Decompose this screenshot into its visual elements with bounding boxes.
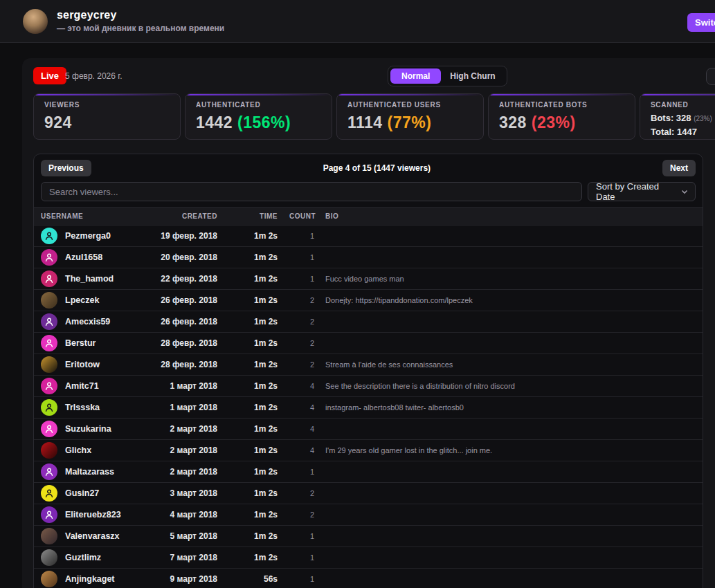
previous-button[interactable]: Previous bbox=[41, 160, 91, 176]
bio-cell: Donejty: https://tipanddonation.com/lpec… bbox=[317, 296, 703, 304]
stat-card: AUTHENTICATED 1442 (156%) bbox=[185, 93, 332, 140]
stat-value-number: 328 bbox=[499, 113, 532, 131]
username-cell: Eliteruebz823 bbox=[34, 506, 148, 523]
header-bar: sergeycrey — это мой дневник в реальном … bbox=[0, 0, 715, 43]
table-row[interactable]: Guztlimz 7 март 2018 1m 2s 1 bbox=[34, 547, 703, 569]
stat-value: 328 (23%) bbox=[499, 113, 624, 132]
person-icon bbox=[44, 380, 55, 392]
sort-dropdown[interactable]: Sort by Created Date bbox=[588, 182, 696, 201]
table-row[interactable]: Trlssska 1 март 2018 1m 2s 4 instagram- … bbox=[34, 397, 703, 419]
pagination-bar: Previous Page 4 of 15 (1447 viewers) Nex… bbox=[34, 154, 703, 181]
sort-dropdown-label: Sort by Created Date bbox=[596, 181, 680, 202]
stat-percent: (23%) bbox=[532, 113, 576, 131]
created-cell: 1 март 2018 bbox=[148, 381, 217, 391]
stat-label: AUTHENTICATED BOTS bbox=[499, 101, 624, 109]
created-cell: 26 февр. 2018 bbox=[148, 295, 217, 305]
username-cell: Amitc71 bbox=[34, 378, 148, 394]
stat-label: VIEWERS bbox=[44, 101, 170, 109]
created-cell: 1 март 2018 bbox=[148, 403, 217, 412]
username: Gusin27 bbox=[65, 488, 99, 498]
table-row[interactable]: Amecxis59 26 февр. 2018 1m 2s 2 bbox=[34, 311, 703, 333]
count-cell: 2 bbox=[278, 318, 317, 326]
table-row[interactable]: Pezmerga0 19 февр. 2018 1m 2s 1 bbox=[34, 226, 703, 247]
stats-cards: VIEWERS 924 AUTHENTICATED 1442 (156%) AU… bbox=[33, 93, 715, 140]
scanned-bots-line: Bots: 328 (23%) bbox=[651, 111, 715, 125]
username-cell: Amecxis59 bbox=[34, 313, 148, 330]
count-cell: 4 bbox=[278, 446, 317, 454]
mode-option-high-churn[interactable]: High Churn bbox=[441, 68, 504, 84]
stat-card: AUTHENTICATED USERS 1114 (77%) bbox=[336, 93, 484, 140]
username-cell: Lpeczek bbox=[34, 292, 148, 309]
created-cell: 20 февр. 2018 bbox=[148, 252, 217, 262]
stat-value-number: 924 bbox=[44, 113, 72, 131]
user-avatar bbox=[41, 528, 57, 544]
table-row[interactable]: The_hamod 22 февр. 2018 1m 2s 1 Fucc vid… bbox=[34, 268, 703, 290]
column-header-username: USERNAME bbox=[34, 212, 148, 220]
created-cell: 2 март 2018 bbox=[148, 445, 217, 455]
scanned-total-line: Total: 1447 bbox=[651, 125, 715, 139]
mode-option-normal[interactable]: Normal bbox=[390, 68, 441, 84]
user-avatar bbox=[41, 421, 57, 437]
stat-percent: (156%) bbox=[237, 113, 291, 131]
table-row[interactable]: Suzukarina 2 март 2018 1m 2s 4 bbox=[34, 419, 703, 440]
table-row[interactable]: Anjingkaget 9 март 2018 56s 1 bbox=[34, 569, 703, 588]
table-row[interactable]: Eliteruebz823 4 март 2018 1m 2s 2 bbox=[34, 504, 703, 526]
viewers-table-panel: Previous Page 4 of 15 (1447 viewers) Nex… bbox=[33, 154, 703, 588]
count-cell: 2 bbox=[278, 339, 317, 347]
table-row[interactable]: Maltazarass 2 март 2018 1m 2s 1 bbox=[34, 461, 703, 483]
column-header-count: COUNT bbox=[278, 212, 317, 220]
table-row[interactable]: Azul1658 20 февр. 2018 1m 2s 1 bbox=[34, 247, 703, 268]
stat-label: AUTHENTICATED USERS bbox=[347, 101, 473, 109]
channel-name: sergeycrey bbox=[57, 9, 224, 21]
created-cell: 3 март 2018 bbox=[148, 488, 217, 498]
user-avatar bbox=[41, 270, 57, 287]
user-avatar bbox=[41, 292, 57, 309]
username-cell: Suzukarina bbox=[34, 421, 148, 437]
mode-toggle: Normal High Churn bbox=[388, 66, 507, 86]
time-cell: 1m 2s bbox=[217, 531, 278, 541]
table-row[interactable]: Glichx 2 март 2018 1m 2s 4 I'm 29 years … bbox=[34, 440, 703, 461]
next-button[interactable]: Next bbox=[662, 160, 696, 176]
page: { "header": { "username": "sergeycrey", … bbox=[0, 0, 715, 588]
count-cell: 1 bbox=[278, 553, 317, 562]
scanned-card: SCANNED Bots: 328 (23%) Total: 1447 bbox=[640, 93, 715, 140]
channel-avatar bbox=[23, 9, 48, 34]
count-cell: 1 bbox=[278, 468, 317, 476]
user-avatar bbox=[41, 485, 57, 502]
table-row[interactable]: Berstur 28 февр. 2018 1m 2s 2 bbox=[34, 333, 703, 354]
user-avatar bbox=[41, 463, 57, 480]
switch-button[interactable]: Switch bbox=[687, 13, 715, 32]
username: Pezmerga0 bbox=[65, 231, 111, 241]
username: Eritotow bbox=[65, 360, 100, 369]
created-cell: 28 февр. 2018 bbox=[148, 338, 217, 348]
table-row[interactable]: Lpeczek 26 февр. 2018 1m 2s 2 Donejty: h… bbox=[34, 290, 703, 311]
table-row[interactable]: Eritotow 28 февр. 2018 1m 2s 2 Stream à … bbox=[34, 354, 703, 376]
time-cell: 1m 2s bbox=[217, 317, 278, 327]
table-row[interactable]: Gusin27 3 март 2018 1m 2s 2 bbox=[34, 483, 703, 504]
username: Guztlimz bbox=[65, 553, 101, 562]
count-cell: 2 bbox=[278, 296, 317, 304]
bio-cell: instagram- albertosb08 twiter- albertosb… bbox=[317, 403, 703, 412]
stat-value-number: 1442 bbox=[196, 113, 237, 131]
username: Amecxis59 bbox=[65, 317, 110, 327]
search-bar: Sort by Created Date bbox=[34, 181, 703, 207]
count-cell: 4 bbox=[278, 425, 317, 433]
time-cell: 1m 2s bbox=[217, 252, 278, 262]
bio-cell: Stream à l'aide de ses connaissances bbox=[317, 360, 703, 369]
table-row[interactable]: Valenvaraszx 5 март 2018 1m 2s 1 bbox=[34, 526, 703, 547]
table-row[interactable]: Amitc71 1 март 2018 1m 2s 4 See the desc… bbox=[34, 376, 703, 397]
time-cell: 1m 2s bbox=[217, 274, 278, 284]
search-input[interactable] bbox=[41, 182, 582, 201]
stat-value: 924 bbox=[44, 113, 170, 132]
time-cell: 1m 2s bbox=[217, 381, 278, 391]
time-cell: 1m 2s bbox=[217, 510, 278, 520]
person-icon bbox=[44, 252, 55, 263]
created-cell: 26 февр. 2018 bbox=[148, 317, 217, 327]
user-avatar bbox=[41, 442, 57, 459]
user-avatar bbox=[41, 335, 57, 351]
table-header: USERNAME CREATED TIME COUNT BIO bbox=[34, 207, 703, 226]
time-cell: 1m 2s bbox=[217, 231, 278, 241]
user-avatar bbox=[41, 549, 57, 566]
time-cell: 1m 2s bbox=[217, 445, 278, 455]
corner-button[interactable] bbox=[706, 68, 715, 85]
